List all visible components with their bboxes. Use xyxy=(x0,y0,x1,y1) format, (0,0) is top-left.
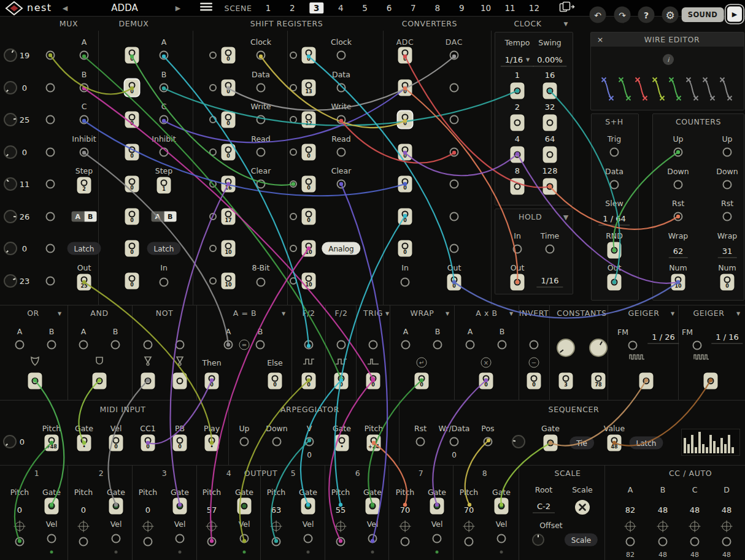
logic-dropdown-wrap[interactable]: ▼ xyxy=(446,311,449,316)
wrap-out-display[interactable]: 0 xyxy=(415,373,429,389)
clock-div-display-8[interactable] xyxy=(511,178,525,195)
demux-in-jack[interactable] xyxy=(160,278,169,287)
shift1-in-jack-3[interactable] xyxy=(209,148,217,156)
adc-display-6[interactable]: 0 xyxy=(398,240,412,257)
clock-div-display-128[interactable] xyxy=(543,178,557,195)
counter-1-rst-jack[interactable] xyxy=(723,212,732,221)
hold-out-display[interactable] xyxy=(511,274,525,291)
shift2-in-jack-6[interactable] xyxy=(290,245,297,252)
out3-pitch-jack[interactable] xyxy=(144,537,153,547)
scene-5[interactable]: 5 xyxy=(362,3,368,13)
mux-input-jack-Inhibit[interactable] xyxy=(80,148,89,157)
scene-11[interactable]: 11 xyxy=(504,3,515,13)
demux-out-display-0[interactable]: 0 xyxy=(125,47,139,64)
shift1-port-jack-Write[interactable] xyxy=(257,115,266,125)
wire-editor-item-6[interactable] xyxy=(702,74,716,105)
wire-editor-item-7[interactable] xyxy=(719,74,733,105)
logic-dropdown-trig[interactable]: ▼ xyxy=(385,311,389,316)
mux-knob-3[interactable] xyxy=(4,145,17,159)
or-out-display[interactable] xyxy=(28,373,42,389)
and-a-jack[interactable] xyxy=(79,340,88,350)
dac-jack-3[interactable] xyxy=(450,148,459,157)
arp-gate-display[interactable]: • xyxy=(335,435,349,451)
shift1-stage-display-0[interactable]: 0 xyxy=(222,47,236,64)
mux-knob-1[interactable] xyxy=(4,81,17,94)
not2-out-display[interactable] xyxy=(173,373,187,389)
cc-c-jack[interactable] xyxy=(690,537,700,547)
dac-jack-4[interactable] xyxy=(450,180,459,189)
out3-gate-display[interactable] xyxy=(173,498,187,515)
shift2-analog-button[interactable]: Analog xyxy=(322,242,360,255)
dac-jack-1[interactable] xyxy=(450,83,459,93)
demux-step-display[interactable]: 1 xyxy=(157,177,171,194)
seq-step-display[interactable] xyxy=(681,429,740,456)
shift1-in-jack-4[interactable] xyxy=(209,180,217,188)
mux-latch-button[interactable]: Latch xyxy=(68,242,101,255)
wire-editor-item-2[interactable] xyxy=(635,74,648,105)
logic-dropdown-geiger2[interactable]: ▼ xyxy=(736,311,740,316)
adc-in-jack[interactable] xyxy=(401,278,410,287)
out7-vel-jack[interactable] xyxy=(433,534,442,543)
play-button[interactable]: ▶ xyxy=(727,7,742,22)
counter-0-wrap-field[interactable]: 62 xyxy=(669,247,688,258)
clock-tempo-field[interactable]: 1/16▼ xyxy=(501,55,534,67)
shift1-in-jack-2[interactable] xyxy=(209,116,217,123)
adc-display-0[interactable]: 0 xyxy=(398,47,412,64)
sh-rnd-display[interactable] xyxy=(608,242,622,259)
shift1-stage-display-5[interactable]: 17 xyxy=(222,209,236,225)
wrap-a-jack[interactable] xyxy=(401,340,411,350)
demux-out-display-6[interactable]: 0 xyxy=(125,240,139,257)
sh-trig-jack[interactable] xyxy=(610,148,619,157)
demux-out-display-5[interactable]: 0 xyxy=(125,209,139,225)
shift2-in-jack-1[interactable] xyxy=(290,84,297,91)
out1-vel-jack[interactable] xyxy=(47,534,56,543)
shift2-in-jack-7[interactable] xyxy=(290,277,297,285)
seq-gate-display[interactable] xyxy=(544,435,558,451)
geiger1-fm-jack[interactable] xyxy=(628,341,638,350)
clock-div-display-64[interactable] xyxy=(543,147,557,163)
demux-out-display-4[interactable]: 0 xyxy=(125,176,139,193)
shift2-in-jack-5[interactable] xyxy=(290,213,297,220)
out7-gate-display[interactable] xyxy=(430,498,444,515)
midi-knob[interactable] xyxy=(3,435,17,448)
help-button[interactable]: ? xyxy=(638,7,655,23)
out7-pitch-jack[interactable] xyxy=(401,537,410,547)
mux-out-jack-2[interactable] xyxy=(46,115,55,125)
shift2-stage-display-6[interactable]: 10 xyxy=(302,240,316,257)
out5-vel-jack[interactable] xyxy=(304,534,313,543)
scene-10[interactable]: 10 xyxy=(481,3,491,13)
arp-down-jack[interactable] xyxy=(272,437,282,447)
out4-vel-jack[interactable] xyxy=(240,534,249,543)
dac-out-display[interactable]: 0 xyxy=(447,274,461,291)
out8-vel-jack[interactable] xyxy=(497,534,506,543)
seq-tie-button[interactable]: Tie xyxy=(569,437,594,450)
shift1-port-jack-Clock[interactable] xyxy=(257,51,266,60)
mux-out-jack-5[interactable] xyxy=(46,212,55,221)
shift1-stage-display-3[interactable]: 0 xyxy=(222,144,236,161)
shift1-in-jack-6[interactable] xyxy=(209,245,217,252)
shift2-port-jack-Write[interactable] xyxy=(337,115,346,125)
wire-editor-info-button[interactable]: i xyxy=(663,54,674,65)
scale-button[interactable]: Scale xyxy=(565,534,598,547)
counter-1-wrap-field[interactable]: 31 xyxy=(718,247,737,258)
demux-out-display-7[interactable]: 0 xyxy=(125,273,139,290)
demux-ab-toggle[interactable]: AB xyxy=(152,212,177,222)
out6-vel-jack[interactable] xyxy=(368,534,377,543)
and-out-display[interactable] xyxy=(93,373,107,389)
logic-dropdown-axb[interactable]: ▼ xyxy=(509,311,513,316)
midi-pitch-display[interactable]: +48 xyxy=(45,435,59,451)
scene-4[interactable]: 4 xyxy=(338,3,344,13)
clock-div-display-4[interactable] xyxy=(511,147,525,163)
dac-jack-0[interactable] xyxy=(450,51,459,60)
constant-display-1[interactable]: 78 xyxy=(592,373,606,389)
out3-vel-jack[interactable] xyxy=(176,534,185,543)
axb-a-jack[interactable] xyxy=(466,340,475,350)
out6-pitch-jack[interactable] xyxy=(336,537,345,547)
mux-knob-6[interactable] xyxy=(4,242,17,255)
shift2-port-jack-Clear[interactable] xyxy=(337,180,346,189)
counter-1-num-display[interactable]: 0 xyxy=(720,274,735,291)
constant-display-0[interactable]: 3 xyxy=(559,373,573,389)
scene-12[interactable]: 12 xyxy=(529,3,539,13)
out2-gate-display[interactable] xyxy=(109,498,123,515)
duplicate-scene-icon[interactable] xyxy=(559,1,575,15)
